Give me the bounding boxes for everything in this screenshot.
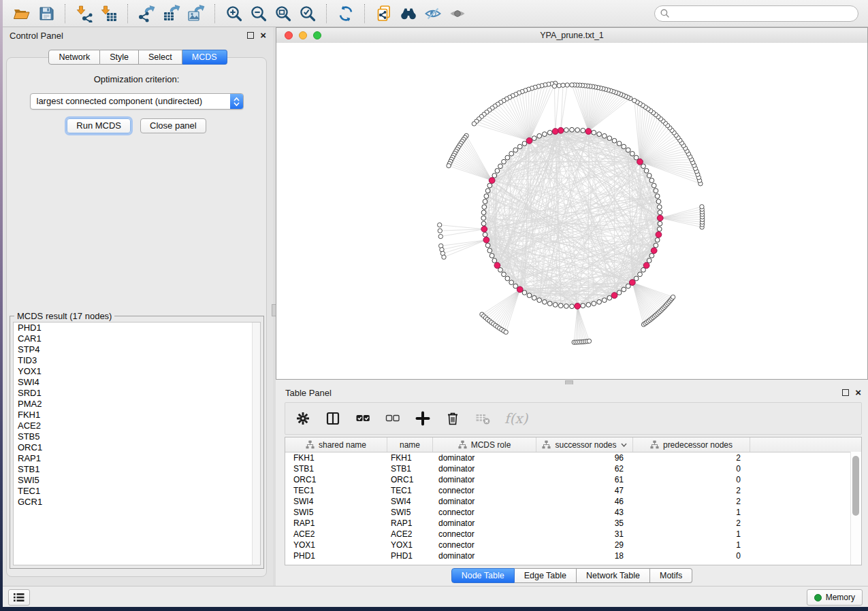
table-row[interactable]: TEC1TEC1connector472 xyxy=(285,485,861,496)
run-mcds-button[interactable]: Run MCDS xyxy=(67,118,131,133)
close-table-panel-icon[interactable]: × xyxy=(855,389,861,396)
cell-predecessor-nodes[interactable]: 0 xyxy=(633,474,750,485)
table-row[interactable]: FKH1FKH1dominator962 xyxy=(285,452,861,463)
cell-name[interactable]: SWI5 xyxy=(387,507,433,518)
mcds-result-item[interactable]: PHD1 xyxy=(14,323,260,333)
cell-mcds-role[interactable]: dominator xyxy=(433,518,536,529)
tab-network[interactable]: Network xyxy=(48,50,100,65)
table-options-button[interactable] xyxy=(295,410,311,427)
cell-shared-name[interactable]: SWI4 xyxy=(285,496,387,507)
table-row[interactable]: STB1STB1dominator620 xyxy=(285,463,861,474)
function-builder-button[interactable]: f(x) xyxy=(504,410,528,427)
delete-table-button[interactable] xyxy=(475,410,491,427)
window-minimize-icon[interactable] xyxy=(299,31,307,39)
export-web-button[interactable] xyxy=(374,3,394,24)
float-table-panel-icon[interactable] xyxy=(842,389,849,396)
cell-predecessor-nodes[interactable]: 0 xyxy=(633,463,750,474)
float-panel-icon[interactable] xyxy=(247,32,254,39)
network-canvas[interactable] xyxy=(276,43,867,379)
mcds-result-item[interactable]: RAP1 xyxy=(14,453,260,464)
cell-predecessor-nodes[interactable]: 2 xyxy=(633,518,750,529)
table-scrollbar[interactable] xyxy=(850,452,861,565)
cell-predecessor-nodes[interactable]: 0 xyxy=(633,550,750,561)
column-header-name[interactable]: name xyxy=(387,437,433,452)
mcds-result-item[interactable]: SWI4 xyxy=(14,377,260,388)
window-close-icon[interactable] xyxy=(285,31,293,39)
first-neighbors-button[interactable] xyxy=(398,3,419,24)
zoom-out-button[interactable] xyxy=(248,3,269,24)
cell-mcds-role[interactable]: dominator xyxy=(433,463,536,474)
horizontal-splitter[interactable] xyxy=(276,380,868,384)
cell-successor-nodes[interactable]: 31 xyxy=(536,529,633,540)
cell-shared-name[interactable]: PHD1 xyxy=(285,550,387,561)
export-image-button[interactable] xyxy=(186,3,206,24)
cell-predecessor-nodes[interactable]: 2 xyxy=(633,452,750,463)
search-input[interactable] xyxy=(654,5,858,22)
table-row[interactable]: PHD1PHD1dominator180 xyxy=(285,550,861,561)
cell-successor-nodes[interactable]: 96 xyxy=(536,452,633,463)
cell-name[interactable]: STB1 xyxy=(387,463,433,474)
cell-successor-nodes[interactable]: 61 xyxy=(536,474,633,485)
tab-mcds[interactable]: MCDS xyxy=(182,50,227,65)
network-graph[interactable] xyxy=(276,43,867,379)
table-row[interactable]: RAP1RAP1dominator352 xyxy=(285,518,861,529)
open-session-button[interactable] xyxy=(12,3,32,24)
cell-predecessor-nodes[interactable]: 1 xyxy=(633,507,750,518)
cell-name[interactable]: TEC1 xyxy=(387,485,433,496)
tab-motifs[interactable]: Motifs xyxy=(650,568,692,583)
column-header-predecessor-nodes[interactable]: predecessor nodes xyxy=(633,437,750,452)
export-table-button[interactable] xyxy=(161,3,182,24)
memory-button[interactable]: Memory xyxy=(807,589,863,606)
table-row[interactable]: ACE2ACE2connector311 xyxy=(285,529,861,540)
cell-shared-name[interactable]: SWI5 xyxy=(285,507,387,518)
window-maximize-icon[interactable] xyxy=(313,31,321,39)
cell-successor-nodes[interactable]: 47 xyxy=(536,485,633,496)
mcds-result-item[interactable]: GCR1 xyxy=(14,497,260,508)
mcds-result-item[interactable]: CAR1 xyxy=(14,333,260,344)
cell-shared-name[interactable]: ACE2 xyxy=(285,529,387,540)
mcds-result-list[interactable]: PHD1CAR1STP4TID3YOX1SWI4SRD1PMA2FKH1ACE2… xyxy=(13,322,261,565)
cell-shared-name[interactable]: FKH1 xyxy=(285,452,387,463)
column-header-shared-name[interactable]: shared name xyxy=(285,437,387,452)
cell-name[interactable]: PHD1 xyxy=(387,550,433,561)
import-table-button[interactable] xyxy=(99,3,119,24)
table-row[interactable]: YOX1YOX1connector291 xyxy=(285,540,861,550)
mcds-result-item[interactable]: TID3 xyxy=(14,355,260,366)
tab-node-table[interactable]: Node Table xyxy=(451,568,515,583)
apply-layout-button[interactable] xyxy=(336,3,356,24)
mcds-result-item[interactable]: SWI5 xyxy=(14,475,260,486)
export-network-button[interactable] xyxy=(137,3,157,24)
mcds-result-item[interactable]: ORC1 xyxy=(14,442,260,453)
mcds-result-item[interactable]: ACE2 xyxy=(14,420,260,431)
tab-edge-table[interactable]: Edge Table xyxy=(515,568,577,583)
mcds-result-item[interactable]: TEC1 xyxy=(14,486,260,497)
cell-name[interactable]: ACE2 xyxy=(387,529,433,540)
cell-predecessor-nodes[interactable]: 2 xyxy=(633,485,750,496)
import-network-button[interactable] xyxy=(74,3,95,24)
table-scrollbar-thumb[interactable] xyxy=(852,456,859,516)
table-row[interactable]: SWI4SWI4dominator462 xyxy=(285,496,861,507)
column-header-successor-nodes[interactable]: successor nodes xyxy=(536,437,633,452)
cell-successor-nodes[interactable]: 62 xyxy=(536,463,633,474)
cell-mcds-role[interactable]: connector xyxy=(433,485,536,496)
cell-mcds-role[interactable]: connector xyxy=(433,529,536,540)
cell-name[interactable]: YOX1 xyxy=(387,540,433,550)
mcds-result-scrollbar[interactable] xyxy=(252,323,260,565)
cell-predecessor-nodes[interactable]: 1 xyxy=(633,529,750,540)
save-session-button[interactable] xyxy=(36,3,57,24)
close-panel-icon[interactable]: × xyxy=(260,32,266,39)
mcds-result-item[interactable]: STB1 xyxy=(14,464,260,475)
cell-shared-name[interactable]: STB1 xyxy=(285,463,387,474)
zoom-in-button[interactable] xyxy=(224,3,244,24)
select-all-columns-button[interactable] xyxy=(355,410,371,427)
tab-select[interactable]: Select xyxy=(139,50,182,65)
cell-predecessor-nodes[interactable]: 1 xyxy=(633,540,750,550)
cell-shared-name[interactable]: ORC1 xyxy=(285,474,387,485)
cell-mcds-role[interactable]: dominator xyxy=(433,550,536,561)
cell-successor-nodes[interactable]: 29 xyxy=(536,540,633,550)
task-history-button[interactable] xyxy=(8,589,30,606)
cell-name[interactable]: SWI4 xyxy=(387,496,433,507)
cell-name[interactable]: RAP1 xyxy=(387,518,433,529)
cell-successor-nodes[interactable]: 18 xyxy=(536,550,633,561)
column-header-mcds-role[interactable]: MCDS role xyxy=(433,437,536,452)
